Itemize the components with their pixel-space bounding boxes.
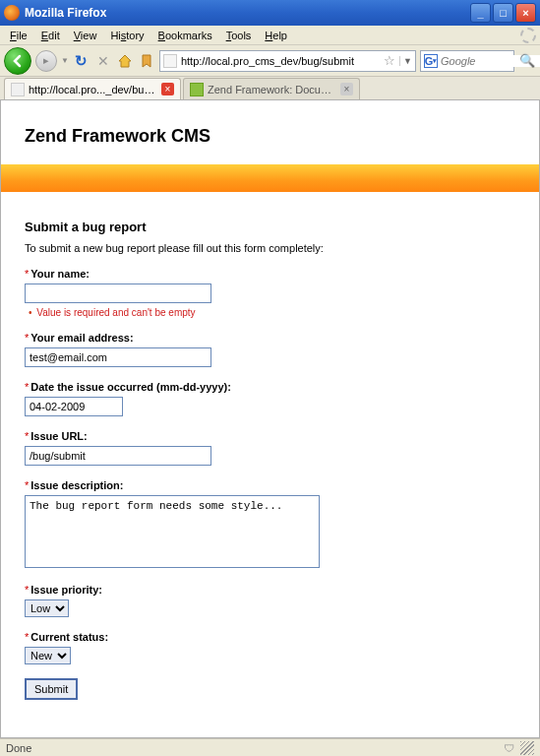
zf-icon [190, 83, 204, 96]
label-email: *Your email address: [25, 332, 515, 344]
status-bar: Done 🛡 [0, 738, 540, 756]
url-dropdown-icon[interactable]: ▼ [399, 56, 412, 66]
field-priority: *Issue priority: Low [25, 584, 515, 617]
menu-tools[interactable]: Tools [220, 28, 258, 43]
header-banner [1, 164, 539, 192]
tab-label: http://local.pro..._dev/bug/submit [29, 84, 157, 95]
firefox-icon [4, 5, 20, 21]
site-title: Zend Framework CMS [25, 126, 515, 147]
field-description: *Issue description: [25, 479, 515, 570]
viewport-scroll[interactable]: Zend Framework CMS Submit a bug report T… [1, 100, 539, 737]
address-bar[interactable]: ☆ ▼ [159, 50, 416, 72]
input-name[interactable] [25, 284, 211, 303]
submit-button[interactable]: Submit [25, 678, 78, 700]
content-area: Zend Framework CMS Submit a bug report T… [0, 100, 540, 738]
arrow-left-icon [11, 54, 25, 68]
forward-button[interactable]: ▸ [35, 50, 57, 72]
input-date[interactable] [25, 397, 123, 416]
menu-bookmarks[interactable]: Bookmarks [152, 28, 218, 43]
page-body: Zend Framework CMS Submit a bug report T… [1, 100, 539, 737]
star-icon[interactable]: ☆ [384, 53, 395, 68]
activity-indicator-icon [520, 28, 536, 43]
window-titlebar: Mozilla Firefox _ □ × [0, 0, 540, 26]
form-intro: To submit a new bug report please fill o… [25, 242, 515, 254]
status-text: Done [6, 742, 31, 754]
error-name: Value is required and can't be empty [25, 307, 515, 318]
menu-file[interactable]: File [4, 28, 33, 43]
select-priority[interactable]: Low [25, 599, 69, 617]
form-heading: Submit a bug report [25, 220, 515, 234]
field-date: *Date the issue occurred (mm-dd-yyyy): [25, 381, 515, 416]
label-url: *Issue URL: [25, 430, 515, 442]
label-name: *Your name: [25, 268, 515, 280]
window-maximize-button[interactable]: □ [493, 3, 513, 23]
field-email: *Your email address: [25, 332, 515, 367]
security-icon: 🛡 [504, 742, 514, 754]
bookmark-button[interactable] [138, 52, 155, 70]
field-name: *Your name: Value is required and can't … [25, 268, 515, 318]
tab-strip: http://local.pro..._dev/bug/submit × Zen… [0, 77, 540, 100]
history-dropdown-icon[interactable]: ▼ [61, 56, 69, 65]
field-url: *Issue URL: [25, 430, 515, 466]
textarea-description[interactable] [25, 495, 320, 568]
home-button[interactable] [116, 52, 134, 70]
input-url[interactable] [25, 446, 211, 466]
tab-inactive[interactable]: Zend Framework: Documentation × [183, 78, 360, 99]
window-close-button[interactable]: × [515, 3, 536, 23]
navigation-toolbar: ▸ ▼ ↻ ✕ ☆ ▼ G▾ 🔍 [0, 45, 540, 77]
search-bar[interactable]: G▾ [420, 50, 514, 72]
menu-bar: File Edit View History Bookmarks Tools H… [0, 26, 540, 45]
window-title: Mozilla Firefox [25, 6, 470, 20]
tab-close-button[interactable]: × [161, 83, 174, 95]
reload-button[interactable]: ↻ [73, 52, 90, 70]
tab-active[interactable]: http://local.pro..._dev/bug/submit × [4, 78, 181, 99]
home-icon [117, 53, 133, 69]
search-go-button[interactable]: 🔍 [518, 52, 536, 70]
back-button[interactable] [4, 47, 31, 75]
label-date: *Date the issue occurred (mm-dd-yyyy): [25, 381, 515, 393]
field-status: *Current status: New [25, 631, 515, 664]
page-icon [11, 83, 25, 96]
page-icon [163, 54, 177, 68]
label-status: *Current status: [25, 631, 515, 643]
window-minimize-button[interactable]: _ [470, 3, 491, 23]
tab-label: Zend Framework: Documentation [208, 84, 336, 95]
google-icon[interactable]: G▾ [424, 54, 438, 68]
menu-help[interactable]: Help [259, 28, 293, 43]
label-priority: *Issue priority: [25, 584, 515, 596]
stop-button[interactable]: ✕ [94, 52, 112, 70]
menu-history[interactable]: History [104, 28, 150, 43]
url-input[interactable] [181, 55, 380, 67]
label-description: *Issue description: [25, 479, 515, 491]
tab-close-button[interactable]: × [340, 83, 353, 95]
input-email[interactable] [25, 347, 211, 367]
select-status[interactable]: New [25, 647, 71, 664]
menu-edit[interactable]: Edit [35, 28, 66, 43]
resize-grip-icon[interactable] [520, 741, 534, 755]
bookmark-icon [139, 53, 154, 69]
menu-view[interactable]: View [68, 28, 103, 43]
